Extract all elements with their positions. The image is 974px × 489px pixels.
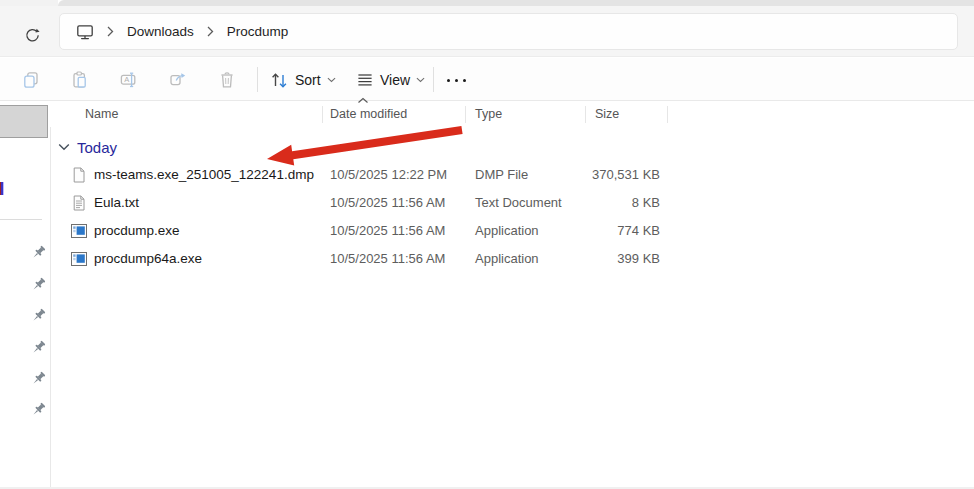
application-icon: [71, 251, 87, 267]
column-resize-handle[interactable]: [322, 106, 323, 123]
refresh-icon: [24, 27, 41, 44]
text-file-icon: [71, 195, 87, 211]
group-header-label: Today: [77, 139, 117, 156]
copy-button[interactable]: [20, 69, 42, 91]
column-header-size[interactable]: Size: [595, 101, 619, 127]
file-size: 8 KB: [570, 189, 660, 217]
more-options-button[interactable]: [442, 69, 470, 91]
column-resize-handle[interactable]: [585, 106, 586, 123]
file-name: ms-teams.exe_251005_122241.dmp: [94, 161, 314, 189]
column-resize-handle[interactable]: [465, 106, 466, 123]
column-resize-handle[interactable]: [667, 106, 668, 123]
copy-icon: [22, 71, 40, 89]
sort-button[interactable]: Sort: [264, 65, 342, 95]
file-row[interactable]: procdump64a.exe 10/5/2025 11:56 AM Appli…: [50, 245, 974, 273]
navigation-pane-icon-partial: [0, 182, 4, 195]
sort-arrows-icon: [270, 71, 289, 90]
navigation-bar: Downloads Procdump: [0, 6, 974, 57]
chevron-down-icon: [327, 77, 336, 83]
file-name: procdump64a.exe: [94, 245, 202, 273]
breadcrumb-chevron-icon: [200, 26, 221, 37]
column-header-row: Name Date modified Type Size: [50, 101, 974, 127]
file-size: 774 KB: [570, 217, 660, 245]
rename-button[interactable]: A: [118, 69, 140, 91]
file-type: Text Document: [475, 189, 562, 217]
dmp-file-icon: [71, 167, 87, 183]
refresh-button[interactable]: [18, 21, 46, 49]
breadcrumb-item-procdump[interactable]: Procdump: [221, 20, 295, 43]
pinned-item-pin-icon[interactable]: [31, 340, 47, 356]
this-pc-monitor-icon[interactable]: [60, 23, 100, 41]
breadcrumb-item-downloads[interactable]: Downloads: [121, 20, 200, 43]
file-size: 399 KB: [570, 245, 660, 273]
file-date-modified: 10/5/2025 11:56 AM: [330, 217, 445, 245]
file-size: 370,531 KB: [570, 161, 660, 189]
svg-text:A: A: [124, 75, 129, 84]
toolbar-divider: [433, 67, 434, 92]
chevron-down-icon: [416, 77, 425, 83]
file-name: Eula.txt: [94, 189, 139, 217]
more-options-icon: [447, 79, 466, 82]
delete-button[interactable]: [216, 69, 238, 91]
breadcrumb-chevron-icon: [100, 26, 121, 37]
navigation-pane-divider: [50, 101, 51, 489]
column-header-date-modified[interactable]: Date modified: [330, 101, 407, 127]
file-row[interactable]: Eula.txt 10/5/2025 11:56 AM Text Documen…: [50, 189, 974, 217]
view-list-icon: [356, 71, 374, 89]
file-row[interactable]: procdump.exe 10/5/2025 11:56 AM Applicat…: [50, 217, 974, 245]
chevron-down-icon: [58, 143, 70, 151]
paste-button[interactable]: [69, 69, 91, 91]
paste-icon: [71, 71, 89, 89]
group-header-today[interactable]: Today: [50, 135, 350, 159]
file-date-modified: 10/5/2025 11:56 AM: [330, 245, 445, 273]
file-type: DMP File: [475, 161, 528, 189]
navigation-pane-item-partial[interactable]: [0, 105, 48, 138]
pinned-item-pin-icon[interactable]: [31, 308, 47, 324]
view-button[interactable]: View: [350, 65, 431, 95]
file-row[interactable]: ms-teams.exe_251005_122241.dmp 10/5/2025…: [50, 161, 974, 189]
column-header-name[interactable]: Name: [85, 101, 118, 127]
share-button[interactable]: [167, 69, 189, 91]
application-icon: [71, 223, 87, 239]
file-date-modified: 10/5/2025 12:22 PM: [330, 161, 447, 189]
file-name: procdump.exe: [94, 217, 180, 245]
sort-button-label: Sort: [295, 72, 321, 88]
pinned-item-pin-icon[interactable]: [31, 371, 47, 387]
column-header-type[interactable]: Type: [475, 101, 502, 127]
navigation-pane-separator: [0, 219, 42, 220]
view-button-label: View: [380, 72, 410, 88]
address-bar[interactable]: Downloads Procdump: [59, 13, 958, 50]
pinned-item-pin-icon[interactable]: [31, 277, 47, 293]
delete-icon: [218, 71, 236, 89]
toolbar-divider: [257, 67, 258, 92]
share-icon: [169, 71, 187, 89]
rename-icon: A: [120, 71, 138, 89]
pinned-item-pin-icon[interactable]: [31, 245, 47, 261]
file-date-modified: 10/5/2025 11:56 AM: [330, 189, 445, 217]
file-type: Application: [475, 217, 539, 245]
file-type: Application: [475, 245, 539, 273]
pinned-item-pin-icon[interactable]: [31, 402, 47, 418]
sort-ascending-indicator-icon: [357, 97, 369, 104]
command-bar: A Sort: [0, 58, 974, 101]
